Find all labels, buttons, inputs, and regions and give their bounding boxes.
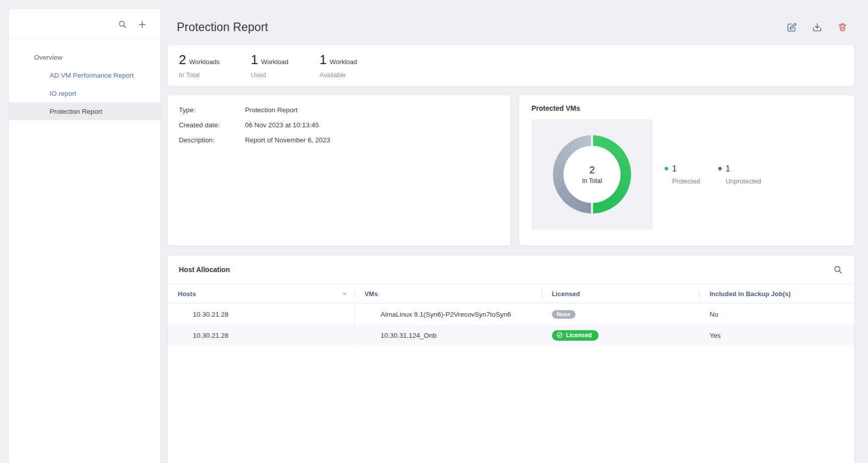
column-header-licensed: Licensed xyxy=(542,284,700,303)
license-licensed-badge: Licensed xyxy=(552,330,599,341)
table-row[interactable]: 10.30.21.28 10.30.31.124_Onb Licensed Ye… xyxy=(168,325,854,346)
license-cell: Licensed xyxy=(542,325,700,346)
host-allocation-header: Host Allocation xyxy=(168,256,854,284)
sidebar-item-label: IO report xyxy=(50,90,76,97)
edit-report-icon[interactable] xyxy=(786,22,797,33)
detail-row-description: Description: Report of November 6, 2023 xyxy=(179,136,499,144)
host-allocation-card: Host Allocation Hosts VMs xyxy=(168,256,854,463)
stat-value: 2 xyxy=(179,52,186,68)
stat-value: 1 xyxy=(320,52,327,68)
main-content: Protection Report 2 Workloads xyxy=(168,9,854,463)
delete-report-icon[interactable] xyxy=(837,22,847,32)
column-label: Included in Backup Job(s) xyxy=(710,290,791,298)
detail-value: Report of November 6, 2023 xyxy=(245,136,330,144)
legend-value: 1 xyxy=(726,164,730,173)
stat-caption: Available xyxy=(320,71,357,79)
app-root: Overview AD VM Performance Report IO rep… xyxy=(0,0,868,463)
page-title: Protection Report xyxy=(177,21,268,34)
table-row[interactable]: 10.30.21.28 AlmaLinux 9.1(Syn6)-P2Vrecov… xyxy=(168,304,854,325)
vm-cell: AlmaLinux 9.1(Syn6)-P2VrecovSyn7toSyn6 xyxy=(355,304,542,325)
column-header-hosts: Hosts xyxy=(168,284,355,303)
donut-chart-area: 2 In Total xyxy=(531,119,653,229)
included-cell: Yes xyxy=(700,325,854,346)
column-label: Hosts xyxy=(178,290,196,298)
detail-value: Protection Report xyxy=(245,106,298,114)
column-label: VMs xyxy=(365,290,378,298)
legend-label: Protected xyxy=(672,177,700,185)
report-actions xyxy=(786,22,847,33)
detail-value: 06 Nov 2023 at 10:13:45 xyxy=(245,121,319,129)
host-allocation-title: Host Allocation xyxy=(179,266,230,274)
stat-total-workloads: 2 Workloads In Total xyxy=(179,52,220,79)
download-report-icon[interactable] xyxy=(812,22,822,33)
report-details-card: Type: Protection Report Created date: 06… xyxy=(168,95,510,246)
sidebar-item-label: Protection Report xyxy=(50,108,102,115)
detail-label: Description: xyxy=(179,136,245,144)
donut-center: 2 In Total xyxy=(563,146,621,203)
add-report-icon[interactable] xyxy=(137,20,147,30)
sidebar-item-io-report[interactable]: IO report xyxy=(9,84,160,102)
sidebar-item-overview[interactable]: Overview xyxy=(9,48,160,66)
check-circle-icon xyxy=(556,332,563,338)
table-search-icon[interactable] xyxy=(833,265,843,275)
stat-used-workloads: 1 Workload Used xyxy=(251,52,288,79)
detail-row-created-date: Created date: 06 Nov 2023 at 10:13:45 xyxy=(179,121,499,129)
license-badge-label: Licensed xyxy=(566,332,592,339)
donut-legend: 1 Protected 1 Unprotected xyxy=(665,164,761,185)
included-cell: No xyxy=(700,304,854,325)
legend-label: Unprotected xyxy=(726,177,761,185)
search-icon[interactable] xyxy=(118,20,127,29)
sidebar: Overview AD VM Performance Report IO rep… xyxy=(9,9,160,463)
sidebar-item-label: AD VM Performance Report xyxy=(50,72,134,79)
detail-row-type: Type: Protection Report xyxy=(179,106,499,114)
protected-vms-title: Protected VMs xyxy=(531,104,842,112)
protected-vms-donut-chart: 2 In Total xyxy=(553,135,631,213)
license-none-badge: None xyxy=(552,310,576,319)
stat-caption: Used xyxy=(251,71,288,79)
stat-unit: Workload xyxy=(261,58,288,66)
legend-value: 1 xyxy=(672,164,677,173)
license-cell: None xyxy=(542,304,700,325)
sidebar-item-ad-vm-performance-report[interactable]: AD VM Performance Report xyxy=(9,66,160,84)
stat-caption: In Total xyxy=(179,71,220,79)
vm-cell: 10.30.31.124_Onb xyxy=(355,325,542,346)
donut-total-value: 2 xyxy=(589,164,595,176)
protected-dot-icon xyxy=(665,167,668,170)
host-cell: 10.30.21.28 xyxy=(168,325,355,346)
protected-vms-card: Protected VMs 2 In Total xyxy=(519,95,854,246)
detail-label: Created date: xyxy=(179,121,245,129)
stat-value: 1 xyxy=(251,52,258,68)
report-nav: Overview AD VM Performance Report IO rep… xyxy=(9,40,160,120)
column-label: Licensed xyxy=(552,290,580,298)
host-allocation-table: Hosts VMs Licensed Included in Backup Jo… xyxy=(168,284,854,346)
stat-unit: Workload xyxy=(330,58,357,66)
middle-cards-row: Type: Protection Report Created date: 06… xyxy=(168,95,854,246)
stat-available-workloads: 1 Workload Available xyxy=(320,52,357,79)
page-header: Protection Report xyxy=(168,9,854,45)
sidebar-toolbar xyxy=(9,9,160,40)
legend-item-unprotected: 1 Unprotected xyxy=(718,164,761,185)
column-header-included-in-backup-jobs: Included in Backup Job(s) xyxy=(700,284,854,303)
column-header-vms: VMs xyxy=(355,284,542,303)
sidebar-item-label: Overview xyxy=(34,54,62,61)
legend-item-protected: 1 Protected xyxy=(665,164,700,185)
table-header-row: Hosts VMs Licensed Included in Backup Jo… xyxy=(168,284,854,304)
donut-total-label: In Total xyxy=(582,177,602,184)
chevron-down-icon[interactable] xyxy=(342,291,348,297)
unprotected-dot-icon xyxy=(718,167,722,170)
host-cell: 10.30.21.28 xyxy=(168,304,355,325)
workload-summary-card: 2 Workloads In Total 1 Workload Used 1 W… xyxy=(168,45,854,86)
detail-label: Type: xyxy=(179,106,245,114)
stat-unit: Workloads xyxy=(189,58,219,66)
sidebar-item-protection-report[interactable]: Protection Report xyxy=(9,102,160,120)
